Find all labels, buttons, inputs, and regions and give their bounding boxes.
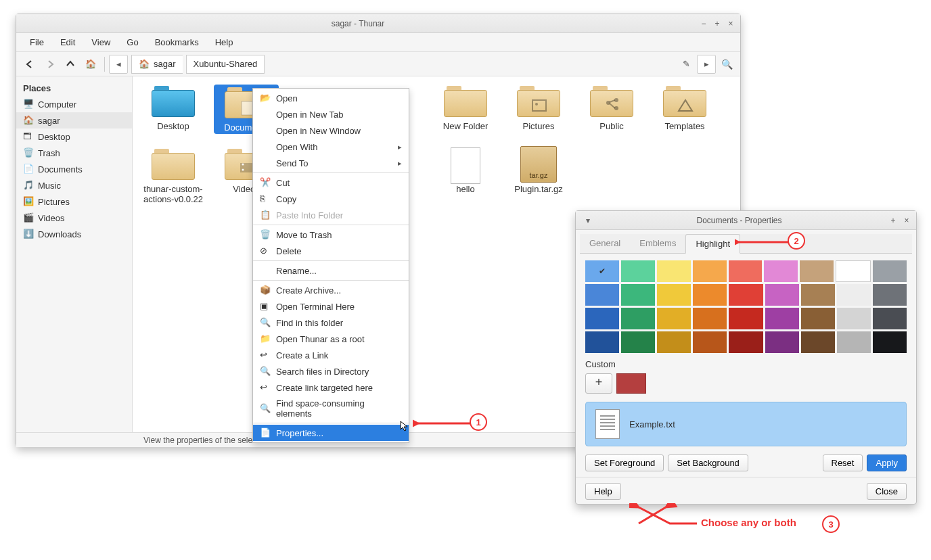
help-button[interactable]: Help	[585, 483, 621, 500]
color-swatch[interactable]	[621, 260, 655, 282]
search-icon[interactable]	[717, 55, 736, 74]
close-button[interactable]: Close	[867, 483, 907, 500]
ctx-move-to-trash[interactable]: 🗑️Move to Trash	[253, 227, 409, 243]
color-swatch[interactable]	[585, 284, 619, 306]
back-button[interactable]	[20, 55, 39, 74]
file-item-thunar-custom-actions-v0-0-22[interactable]: thunar-custom-actions-v0.0.22	[141, 147, 206, 204]
ctx-send-to[interactable]: Send To▸	[253, 155, 409, 171]
color-swatch[interactable]	[873, 308, 907, 329]
color-swatch[interactable]	[657, 284, 691, 306]
color-swatch[interactable]	[873, 331, 907, 353]
color-swatch[interactable]	[801, 331, 835, 353]
ctx-find-space-consuming-elements[interactable]: 🔍Find space-consuming elements	[253, 396, 409, 421]
sidebar-item-desktop[interactable]: 🗔Desktop	[16, 129, 132, 145]
sidebar-item-sagar[interactable]: 🏠sagar	[16, 112, 132, 129]
color-swatch[interactable]	[693, 308, 727, 329]
color-swatch[interactable]	[621, 308, 655, 329]
file-item-templates[interactable]: Templates	[652, 85, 717, 134]
file-item-plugin-tar-gz[interactable]: tar.gzPlugin.tar.gz	[506, 147, 571, 204]
color-swatch[interactable]	[801, 308, 835, 329]
custom-color-swatch[interactable]	[616, 373, 646, 394]
ctx-open-terminal-here[interactable]: ▣Open Terminal Here	[253, 298, 409, 314]
menu-edit[interactable]: Edit	[52, 34, 83, 50]
breadcrumb-folder[interactable]: Xubuntu-Shared	[186, 55, 265, 74]
color-swatch[interactable]	[800, 260, 834, 282]
ctx-find-in-this-folder[interactable]: 🔍Find in this folder	[253, 314, 409, 331]
color-swatch[interactable]	[693, 331, 727, 353]
color-swatch[interactable]	[657, 260, 691, 282]
window-maximize-icon[interactable]: +	[712, 18, 723, 29]
color-swatch[interactable]	[657, 331, 691, 353]
file-item-pictures[interactable]: Pictures	[506, 85, 571, 134]
ctx-create-archive-[interactable]: 📦Create Archive...	[253, 282, 409, 298]
tab-emblems[interactable]: Emblems	[630, 234, 685, 253]
file-item-desktop[interactable]: Desktop	[141, 85, 206, 134]
color-swatch[interactable]	[585, 260, 619, 282]
ctx-open-in-new-tab[interactable]: Open in New Tab	[253, 106, 409, 122]
color-swatch[interactable]	[873, 284, 907, 306]
menu-go[interactable]: Go	[118, 34, 146, 50]
menu-help[interactable]: Help	[207, 34, 242, 50]
color-swatch[interactable]	[693, 284, 727, 306]
color-swatch[interactable]	[585, 308, 619, 329]
sidebar-item-downloads[interactable]: ⬇️Downloads	[16, 226, 132, 242]
color-swatch[interactable]	[657, 308, 691, 329]
dialog-close-icon[interactable]: ×	[901, 215, 912, 226]
add-custom-color-button[interactable]: +	[585, 373, 612, 394]
set-background-button[interactable]: Set Background	[668, 454, 748, 471]
forward-button[interactable]	[41, 55, 60, 74]
color-swatch[interactable]	[765, 308, 799, 329]
color-swatch[interactable]	[765, 331, 799, 353]
sidebar-item-videos[interactable]: 🎬Videos	[16, 210, 132, 226]
edit-path-icon[interactable]: ✎	[677, 55, 696, 74]
file-item-new-folder[interactable]: New Folder	[433, 85, 498, 134]
color-swatch[interactable]	[837, 308, 871, 329]
color-swatch[interactable]	[801, 284, 835, 306]
sidebar-item-documents[interactable]: 📄Documents	[16, 161, 132, 177]
sidebar-item-pictures[interactable]: 🖼️Pictures	[16, 193, 132, 210]
dialog-maximize-icon[interactable]: +	[888, 215, 899, 226]
ctx-open-with[interactable]: Open With▸	[253, 139, 409, 155]
color-swatch[interactable]	[729, 331, 763, 353]
ctx-open[interactable]: 📂Open	[253, 90, 409, 106]
color-swatch[interactable]	[837, 331, 871, 353]
tab-general[interactable]: General	[580, 234, 630, 253]
color-swatch[interactable]	[837, 284, 871, 306]
window-minimize-icon[interactable]: −	[698, 18, 709, 29]
reset-button[interactable]: Reset	[823, 454, 863, 471]
menu-view[interactable]: View	[83, 34, 118, 50]
sidebar-item-music[interactable]: 🎵Music	[16, 177, 132, 193]
apply-button[interactable]: Apply	[867, 454, 907, 471]
ctx-delete[interactable]: ⊘Delete	[253, 243, 409, 259]
color-swatch[interactable]	[765, 284, 799, 306]
menu-bookmarks[interactable]: Bookmarks	[147, 34, 207, 50]
ctx-open-in-new-window[interactable]: Open in New Window	[253, 122, 409, 139]
sidebar-item-computer[interactable]: 🖥️Computer	[16, 96, 132, 112]
breadcrumb-home[interactable]: 🏠 sagar	[131, 55, 183, 74]
color-swatch[interactable]	[764, 260, 798, 282]
color-swatch[interactable]	[621, 284, 655, 306]
ctx-copy[interactable]: ⎘Copy	[253, 191, 409, 207]
file-item-hello[interactable]: hello	[433, 147, 498, 204]
color-swatch[interactable]	[729, 308, 763, 329]
menu-file[interactable]: File	[22, 34, 52, 50]
color-swatch[interactable]	[729, 284, 763, 306]
ctx-create-link-targeted-here[interactable]: ↩Create link targeted here	[253, 379, 409, 396]
path-back-icon[interactable]: ◂	[109, 55, 128, 74]
color-swatch[interactable]	[729, 260, 763, 282]
tab-highlight[interactable]: Highlight	[685, 234, 740, 254]
up-button[interactable]	[61, 55, 80, 74]
sidebar-item-trash[interactable]: 🗑️Trash	[16, 145, 132, 161]
ctx-search-files-in-directory[interactable]: 🔍Search files in Directory	[253, 363, 409, 379]
ctx-cut[interactable]: ✂️Cut	[253, 174, 409, 191]
set-foreground-button[interactable]: Set Foreground	[585, 454, 664, 471]
color-swatch[interactable]	[873, 260, 907, 282]
ctx-rename-[interactable]: Rename...	[253, 262, 409, 279]
file-item-public[interactable]: Public	[579, 85, 644, 134]
color-swatch[interactable]	[693, 260, 727, 282]
path-toggle-icon[interactable]: ▸	[697, 55, 716, 74]
window-close-icon[interactable]: ×	[725, 18, 736, 29]
color-swatch[interactable]	[836, 260, 871, 282]
color-swatch[interactable]	[585, 331, 619, 353]
dialog-menu-icon[interactable]: ▾	[583, 215, 593, 226]
